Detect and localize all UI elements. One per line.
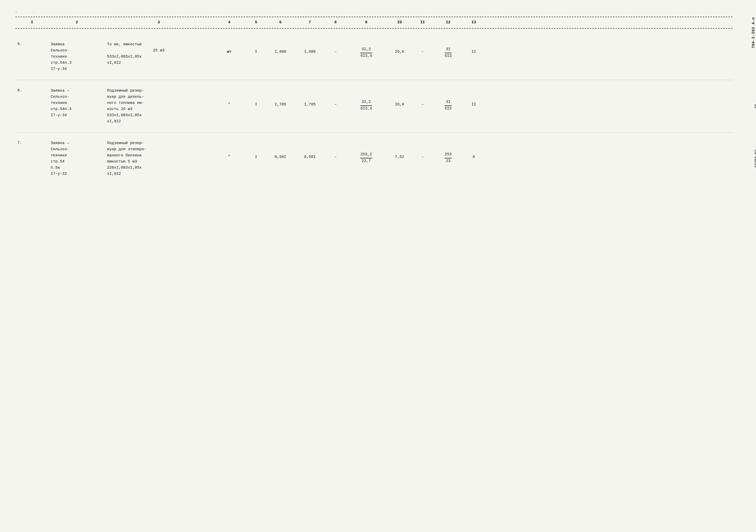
row-unit-6: " [213, 88, 246, 108]
column-header-row: I 2 3 4 5 6 7 8 9 IO II I2 I3 704-I-I02 … [15, 17, 732, 29]
row-col9-5: 3I,2 6I3,4 [346, 41, 387, 59]
row-desc-7: Подземный резер- вуар для этилиро- ванно… [105, 140, 213, 177]
row-col7-6: I,785 [294, 88, 325, 108]
row-col13-6: II [464, 88, 484, 108]
row-col5-7: I [246, 140, 266, 160]
row-col8-7: – [325, 140, 346, 160]
row-col12-6: 3I 6I3 [433, 88, 464, 112]
row-col8-6: – [325, 88, 346, 108]
row-ref-6: Заявка — Сельхоз- техники стр.54п.3 I7-у… [49, 88, 105, 118]
col-header-13: I3 [464, 20, 484, 26]
col-header-8: 8 [325, 20, 346, 26]
mark-dash: — [15, 10, 17, 14]
top-marks: — · [15, 10, 732, 14]
row-col13-5: II [464, 41, 484, 55]
table-row: 6. Заявка — Сельхоз- техники стр.54п.3 I… [15, 80, 732, 133]
page-container: — · I 2 3 4 5 6 7 8 9 IO II I2 I3 704-I-… [15, 10, 732, 185]
row-col6-5: I,886 [266, 41, 294, 55]
row-col10-6: IO,8 [387, 88, 412, 108]
row-num-7: 7. [15, 140, 49, 146]
row-col9-6: 3I,2 6I3,4 [346, 88, 387, 112]
row-col6-7: 0,58I [266, 140, 294, 160]
side-note-6: 2I [754, 104, 756, 109]
row-ref-5: Заявка Сельхоз- техники стр.54п.3 I7-у-3… [49, 41, 105, 72]
col-header-11: II [412, 20, 433, 26]
col-header-7: 7 [294, 20, 325, 26]
row-col6-6: I,785 [266, 88, 294, 108]
col-header-9: 9 [346, 20, 387, 26]
col-header-3: 3 [105, 20, 213, 26]
col-header-2: 2 [49, 20, 105, 26]
row-col7-7: 0,58I [294, 140, 325, 160]
side-label-header: 704-I-I02 А-п [751, 17, 755, 48]
row-col10-7: 7,52 [387, 140, 412, 160]
col-header-6: 6 [266, 20, 294, 26]
row-unit-7: " [213, 140, 246, 160]
row-desc-5: То же, емкостью 25 м3 533хI,083хI,05х хI… [105, 41, 213, 66]
side-note-7: I2797-02 [754, 149, 756, 167]
row-col13-7: 8 [464, 140, 484, 160]
col-header-1: I [15, 20, 49, 26]
row-col11-6: – [412, 88, 433, 108]
row-ref-7: Заявка — Сельхоз- техники стр.54 п.5а I7… [49, 140, 105, 177]
row-col5-6: I [246, 88, 266, 108]
row-col5-5: I [246, 41, 266, 55]
row-num-6: 6. [15, 88, 49, 94]
col-header-12: I2 [433, 20, 464, 26]
col-header-5: 5 [246, 20, 266, 26]
row-num-5: 5. [15, 41, 49, 47]
row-col12-5: 3I 6I3 [433, 41, 464, 59]
table-row: 7. Заявка — Сельхоз- техники стр.54 п.5а… [15, 133, 732, 185]
mark-dot: · [33, 10, 35, 14]
row-col8-5: – [325, 41, 346, 55]
row-col9-7: 253,2 22,7 [346, 140, 387, 164]
row-col11-7: – [412, 140, 433, 160]
table-row: 5. Заявка Сельхоз- техники стр.54п.3 I7-… [15, 34, 732, 80]
col-header-10: IO [387, 20, 412, 26]
row-col12-7: 253 23 [433, 140, 464, 164]
col-header-4: 4 [213, 20, 246, 26]
row-col7-5: I,886 [294, 41, 325, 55]
row-unit-5: шт [213, 41, 246, 55]
row-col11-5: – [412, 41, 433, 55]
row-desc-6: Подземный резер- вуар для дизель- ного т… [105, 88, 213, 125]
row-col10-5: IO,8 [387, 41, 412, 55]
